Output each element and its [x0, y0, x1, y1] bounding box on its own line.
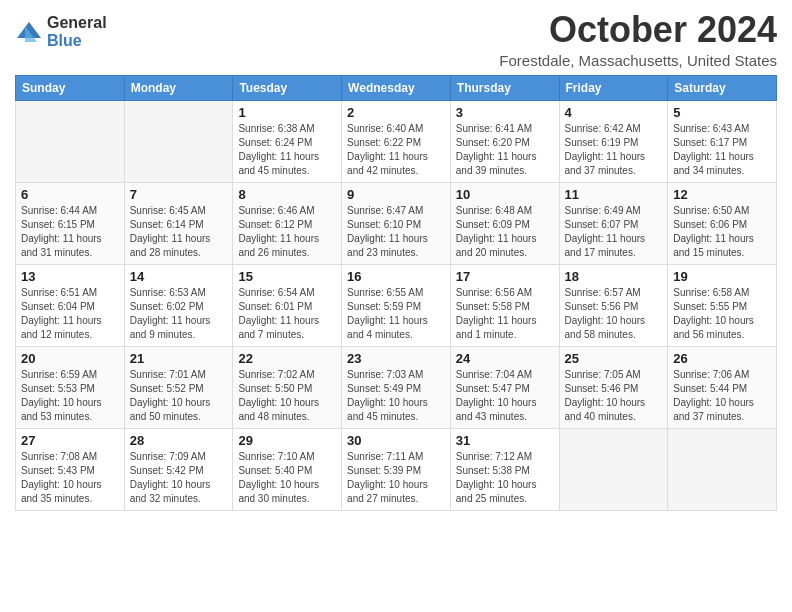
day-info: Sunrise: 6:45 AMSunset: 6:14 PMDaylight:… — [130, 204, 228, 260]
day-number: 25 — [565, 351, 663, 366]
calendar-day-5: 5Sunrise: 6:43 AMSunset: 6:17 PMDaylight… — [668, 100, 777, 182]
calendar-day-19: 19Sunrise: 6:58 AMSunset: 5:55 PMDayligh… — [668, 264, 777, 346]
calendar-day-18: 18Sunrise: 6:57 AMSunset: 5:56 PMDayligh… — [559, 264, 668, 346]
calendar-day-15: 15Sunrise: 6:54 AMSunset: 6:01 PMDayligh… — [233, 264, 342, 346]
calendar-week-2: 6Sunrise: 6:44 AMSunset: 6:15 PMDaylight… — [16, 182, 777, 264]
day-number: 16 — [347, 269, 445, 284]
day-info: Sunrise: 7:03 AMSunset: 5:49 PMDaylight:… — [347, 368, 445, 424]
day-info: Sunrise: 6:54 AMSunset: 6:01 PMDaylight:… — [238, 286, 336, 342]
calendar-day-26: 26Sunrise: 7:06 AMSunset: 5:44 PMDayligh… — [668, 346, 777, 428]
day-number: 17 — [456, 269, 554, 284]
day-info: Sunrise: 6:57 AMSunset: 5:56 PMDaylight:… — [565, 286, 663, 342]
day-number: 27 — [21, 433, 119, 448]
day-info: Sunrise: 6:47 AMSunset: 6:10 PMDaylight:… — [347, 204, 445, 260]
day-info: Sunrise: 6:59 AMSunset: 5:53 PMDaylight:… — [21, 368, 119, 424]
calendar-table: SundayMondayTuesdayWednesdayThursdayFrid… — [15, 75, 777, 511]
day-number: 11 — [565, 187, 663, 202]
calendar-day-empty — [559, 428, 668, 510]
day-info: Sunrise: 6:58 AMSunset: 5:55 PMDaylight:… — [673, 286, 771, 342]
calendar-week-5: 27Sunrise: 7:08 AMSunset: 5:43 PMDayligh… — [16, 428, 777, 510]
day-number: 2 — [347, 105, 445, 120]
calendar-day-31: 31Sunrise: 7:12 AMSunset: 5:38 PMDayligh… — [450, 428, 559, 510]
day-info: Sunrise: 7:12 AMSunset: 5:38 PMDaylight:… — [456, 450, 554, 506]
calendar-day-25: 25Sunrise: 7:05 AMSunset: 5:46 PMDayligh… — [559, 346, 668, 428]
title-area: October 2024 Forestdale, Massachusetts, … — [499, 10, 777, 69]
day-number: 7 — [130, 187, 228, 202]
calendar-day-28: 28Sunrise: 7:09 AMSunset: 5:42 PMDayligh… — [124, 428, 233, 510]
day-number: 9 — [347, 187, 445, 202]
day-number: 14 — [130, 269, 228, 284]
calendar-day-16: 16Sunrise: 6:55 AMSunset: 5:59 PMDayligh… — [342, 264, 451, 346]
calendar-week-3: 13Sunrise: 6:51 AMSunset: 6:04 PMDayligh… — [16, 264, 777, 346]
logo-icon — [15, 18, 43, 46]
calendar-day-24: 24Sunrise: 7:04 AMSunset: 5:47 PMDayligh… — [450, 346, 559, 428]
calendar-day-17: 17Sunrise: 6:56 AMSunset: 5:58 PMDayligh… — [450, 264, 559, 346]
day-info: Sunrise: 6:51 AMSunset: 6:04 PMDaylight:… — [21, 286, 119, 342]
column-header-thursday: Thursday — [450, 75, 559, 100]
calendar-day-29: 29Sunrise: 7:10 AMSunset: 5:40 PMDayligh… — [233, 428, 342, 510]
day-info: Sunrise: 6:50 AMSunset: 6:06 PMDaylight:… — [673, 204, 771, 260]
calendar-day-6: 6Sunrise: 6:44 AMSunset: 6:15 PMDaylight… — [16, 182, 125, 264]
day-info: Sunrise: 6:41 AMSunset: 6:20 PMDaylight:… — [456, 122, 554, 178]
column-header-tuesday: Tuesday — [233, 75, 342, 100]
logo-blue-text: Blue — [47, 32, 107, 50]
day-info: Sunrise: 6:56 AMSunset: 5:58 PMDaylight:… — [456, 286, 554, 342]
day-info: Sunrise: 7:05 AMSunset: 5:46 PMDaylight:… — [565, 368, 663, 424]
day-info: Sunrise: 7:06 AMSunset: 5:44 PMDaylight:… — [673, 368, 771, 424]
day-info: Sunrise: 6:46 AMSunset: 6:12 PMDaylight:… — [238, 204, 336, 260]
day-number: 6 — [21, 187, 119, 202]
day-number: 31 — [456, 433, 554, 448]
day-number: 20 — [21, 351, 119, 366]
day-info: Sunrise: 7:08 AMSunset: 5:43 PMDaylight:… — [21, 450, 119, 506]
day-number: 23 — [347, 351, 445, 366]
calendar-day-14: 14Sunrise: 6:53 AMSunset: 6:02 PMDayligh… — [124, 264, 233, 346]
day-number: 13 — [21, 269, 119, 284]
calendar-day-empty — [16, 100, 125, 182]
calendar-day-4: 4Sunrise: 6:42 AMSunset: 6:19 PMDaylight… — [559, 100, 668, 182]
calendar-day-2: 2Sunrise: 6:40 AMSunset: 6:22 PMDaylight… — [342, 100, 451, 182]
logo-general-text: General — [47, 14, 107, 32]
logo: General Blue — [15, 14, 107, 49]
month-title: October 2024 — [499, 10, 777, 50]
day-info: Sunrise: 7:01 AMSunset: 5:52 PMDaylight:… — [130, 368, 228, 424]
day-info: Sunrise: 6:43 AMSunset: 6:17 PMDaylight:… — [673, 122, 771, 178]
calendar-day-22: 22Sunrise: 7:02 AMSunset: 5:50 PMDayligh… — [233, 346, 342, 428]
day-number: 30 — [347, 433, 445, 448]
day-info: Sunrise: 6:55 AMSunset: 5:59 PMDaylight:… — [347, 286, 445, 342]
day-info: Sunrise: 6:40 AMSunset: 6:22 PMDaylight:… — [347, 122, 445, 178]
calendar-day-7: 7Sunrise: 6:45 AMSunset: 6:14 PMDaylight… — [124, 182, 233, 264]
calendar-day-1: 1Sunrise: 6:38 AMSunset: 6:24 PMDaylight… — [233, 100, 342, 182]
day-info: Sunrise: 6:48 AMSunset: 6:09 PMDaylight:… — [456, 204, 554, 260]
header: General Blue October 2024 Forestdale, Ma… — [15, 10, 777, 69]
day-number: 22 — [238, 351, 336, 366]
day-number: 29 — [238, 433, 336, 448]
day-number: 28 — [130, 433, 228, 448]
calendar-day-13: 13Sunrise: 6:51 AMSunset: 6:04 PMDayligh… — [16, 264, 125, 346]
day-info: Sunrise: 6:44 AMSunset: 6:15 PMDaylight:… — [21, 204, 119, 260]
day-number: 4 — [565, 105, 663, 120]
calendar-day-empty — [668, 428, 777, 510]
calendar-day-10: 10Sunrise: 6:48 AMSunset: 6:09 PMDayligh… — [450, 182, 559, 264]
day-info: Sunrise: 7:10 AMSunset: 5:40 PMDaylight:… — [238, 450, 336, 506]
day-number: 15 — [238, 269, 336, 284]
column-header-friday: Friday — [559, 75, 668, 100]
calendar-day-23: 23Sunrise: 7:03 AMSunset: 5:49 PMDayligh… — [342, 346, 451, 428]
day-number: 21 — [130, 351, 228, 366]
day-number: 3 — [456, 105, 554, 120]
day-number: 8 — [238, 187, 336, 202]
day-info: Sunrise: 7:04 AMSunset: 5:47 PMDaylight:… — [456, 368, 554, 424]
column-header-monday: Monday — [124, 75, 233, 100]
calendar-day-27: 27Sunrise: 7:08 AMSunset: 5:43 PMDayligh… — [16, 428, 125, 510]
day-info: Sunrise: 6:53 AMSunset: 6:02 PMDaylight:… — [130, 286, 228, 342]
day-number: 1 — [238, 105, 336, 120]
day-number: 5 — [673, 105, 771, 120]
day-info: Sunrise: 7:09 AMSunset: 5:42 PMDaylight:… — [130, 450, 228, 506]
day-number: 12 — [673, 187, 771, 202]
day-info: Sunrise: 6:38 AMSunset: 6:24 PMDaylight:… — [238, 122, 336, 178]
calendar-day-3: 3Sunrise: 6:41 AMSunset: 6:20 PMDaylight… — [450, 100, 559, 182]
day-number: 19 — [673, 269, 771, 284]
calendar-day-8: 8Sunrise: 6:46 AMSunset: 6:12 PMDaylight… — [233, 182, 342, 264]
day-info: Sunrise: 7:11 AMSunset: 5:39 PMDaylight:… — [347, 450, 445, 506]
calendar-header-row: SundayMondayTuesdayWednesdayThursdayFrid… — [16, 75, 777, 100]
calendar-day-11: 11Sunrise: 6:49 AMSunset: 6:07 PMDayligh… — [559, 182, 668, 264]
